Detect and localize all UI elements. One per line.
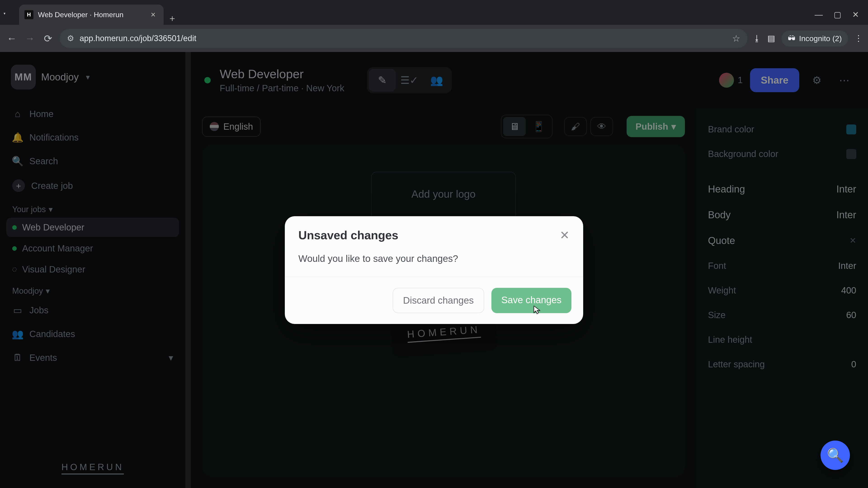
chevron-down-icon: ▾ [671, 121, 676, 132]
bookmark-star-icon[interactable]: ☆ [732, 33, 740, 43]
reader-icon[interactable]: ▤ [767, 34, 775, 43]
status-dot-icon [12, 267, 17, 272]
theme-brush-button[interactable]: 🖌 [564, 117, 587, 136]
sidebar-section-org[interactable]: Moodjoy ▾ [6, 281, 179, 297]
save-changes-button[interactable]: Save changes [491, 288, 571, 313]
people-icon: 👥 [12, 328, 23, 339]
sidebar-item-label: Notifications [29, 132, 79, 142]
presence-count: 1 [738, 75, 743, 85]
nav-reload-icon[interactable]: ⟳ [41, 32, 54, 45]
unsaved-changes-modal: Unsaved changes ✕ Would you like to save… [285, 216, 583, 324]
mobile-preview-button[interactable]: 📱 [528, 117, 550, 136]
sidebar-job-visual-designer[interactable]: Visual Designer [6, 260, 179, 279]
discard-changes-button[interactable]: Discard changes [393, 288, 484, 313]
checklist-icon: ☰✓ [400, 74, 418, 86]
sidebar-item-label: Candidates [29, 329, 75, 339]
incognito-indicator[interactable]: 🕶 Incognito (2) [781, 31, 848, 46]
color-swatch[interactable] [846, 125, 856, 134]
modal-close-button[interactable]: ✕ [560, 228, 569, 242]
modal-body-text: Would you like to save your changes? [285, 251, 583, 277]
sidebar-item-search[interactable]: 🔍 Search [6, 150, 179, 172]
home-icon: ⌂ [12, 108, 23, 119]
view-mode-segmented: ✎ ☰✓ 👥 [367, 67, 452, 93]
sidebar-section-your-jobs[interactable]: Your jobs ▾ [6, 199, 179, 216]
team-mode-button[interactable]: 👥 [423, 69, 450, 92]
close-icon[interactable]: ✕ [849, 236, 856, 246]
status-dot-icon [204, 77, 211, 84]
sidebar-item-create-job[interactable]: ＋ Create job [6, 174, 179, 197]
sidebar-item-label: Web Developer [22, 222, 84, 232]
prop-size[interactable]: Size 60 [706, 305, 858, 325]
pencil-icon: ✎ [378, 74, 387, 86]
tab-close-icon[interactable]: × [151, 10, 156, 20]
prop-heading[interactable]: Heading Inter [706, 178, 858, 200]
prop-weight[interactable]: Weight 400 [706, 281, 858, 300]
workspace-switcher[interactable]: MM Moodjoy ▾ [6, 61, 179, 93]
site-settings-icon[interactable]: ⚙ [67, 34, 74, 43]
nav-back-icon[interactable]: ← [5, 32, 18, 45]
help-fab[interactable]: 🔍 [820, 441, 850, 470]
preview-button[interactable]: 👁 [590, 117, 613, 136]
bell-icon: 🔔 [12, 132, 23, 143]
browser-tab-strip: ▾ H Web Developer · Homerun × ＋ — ▢ ✕ [0, 0, 868, 25]
modal-title: Unsaved changes [298, 228, 398, 242]
checklist-mode-button[interactable]: ☰✓ [396, 69, 423, 92]
new-tab-button[interactable]: ＋ [165, 11, 179, 25]
sidebar-item-candidates[interactable]: 👥 Candidates [6, 323, 179, 345]
edit-mode-button[interactable]: ✎ [369, 69, 396, 92]
cursor-icon [533, 305, 542, 314]
chevron-down-icon: ▾ [46, 286, 50, 296]
prop-quote[interactable]: Quote ✕ [706, 230, 858, 251]
sidebar-job-account-manager[interactable]: Account Manager [6, 239, 179, 258]
sidebar-item-label: Visual Designer [22, 264, 85, 274]
publish-button[interactable]: Publish ▾ [627, 116, 685, 137]
window-maximize-icon[interactable]: ▢ [834, 10, 841, 20]
desktop-preview-button[interactable]: 🖥 [503, 117, 526, 136]
sidebar-item-jobs[interactable]: ▭ Jobs [6, 299, 179, 321]
sidebar-item-home[interactable]: ⌂ Home [6, 103, 179, 125]
color-swatch[interactable] [846, 149, 856, 159]
sidebar-item-label: Home [29, 109, 54, 119]
chevron-down-icon: ▾ [86, 72, 90, 82]
tab-list-caret[interactable]: ▾ [4, 11, 17, 25]
eye-icon: 👁 [597, 122, 606, 132]
prop-line-height[interactable]: Line height [706, 330, 858, 350]
editor-toolbar: English 🖥 📱 🖌 [191, 108, 696, 144]
browser-tab-active[interactable]: H Web Developer · Homerun × [19, 4, 164, 25]
briefcase-icon: ▭ [12, 305, 23, 316]
downloads-icon[interactable]: ⭳ [753, 34, 761, 43]
url-bar[interactable]: ⚙ app.homerun.co/job/336501/edit ☆ [60, 29, 747, 48]
incognito-label: Incognito (2) [799, 34, 842, 43]
sidebar-item-events[interactable]: 🗓 Events ▾ [6, 347, 179, 368]
browser-toolbar: ← → ⟳ ⚙ app.homerun.co/job/336501/edit ☆… [0, 25, 868, 52]
page-subtitle: Full-time / Part-time · New York [220, 83, 344, 93]
nav-forward-icon[interactable]: → [24, 32, 36, 45]
sidebar-item-notifications[interactable]: 🔔 Notifications [6, 127, 179, 149]
prop-body[interactable]: Body Inter [706, 204, 858, 225]
share-button[interactable]: Share [750, 68, 799, 92]
more-button[interactable]: ⋯ [834, 70, 855, 90]
sidebar-item-label: Account Manager [22, 243, 93, 254]
sidebar-item-label: Create job [31, 181, 73, 191]
plus-icon: ＋ [12, 180, 25, 192]
more-icon: ⋯ [839, 74, 849, 86]
page-title: Web Developer [220, 67, 344, 81]
status-dot-icon [12, 246, 17, 251]
sidebar: MM Moodjoy ▾ ⌂ Home 🔔 Notifications 🔍 Se… [0, 52, 185, 488]
sidebar-item-label: Search [29, 156, 58, 166]
presence-indicator[interactable]: 1 [719, 73, 743, 88]
language-selector[interactable]: English [202, 117, 260, 137]
prop-background-color[interactable]: Background color [706, 144, 858, 164]
window-close-icon[interactable]: ✕ [852, 10, 859, 20]
window-minimize-icon[interactable]: — [815, 10, 823, 20]
sidebar-job-web-developer[interactable]: Web Developer [6, 218, 179, 237]
prop-brand-color[interactable]: Brand color [706, 119, 858, 139]
workspace-name: Moodjoy [41, 71, 79, 83]
settings-button[interactable]: ⚙ [807, 70, 827, 90]
prop-font[interactable]: Font Inter [706, 256, 858, 276]
browser-menu-icon[interactable]: ⋮ [855, 34, 863, 43]
tab-title: Web Developer · Homerun [38, 11, 123, 19]
job-topbar: Web Developer Full-time / Part-time · Ne… [191, 52, 868, 108]
mobile-icon: 📱 [532, 121, 545, 132]
prop-letter-spacing[interactable]: Letter spacing 0 [706, 354, 858, 375]
